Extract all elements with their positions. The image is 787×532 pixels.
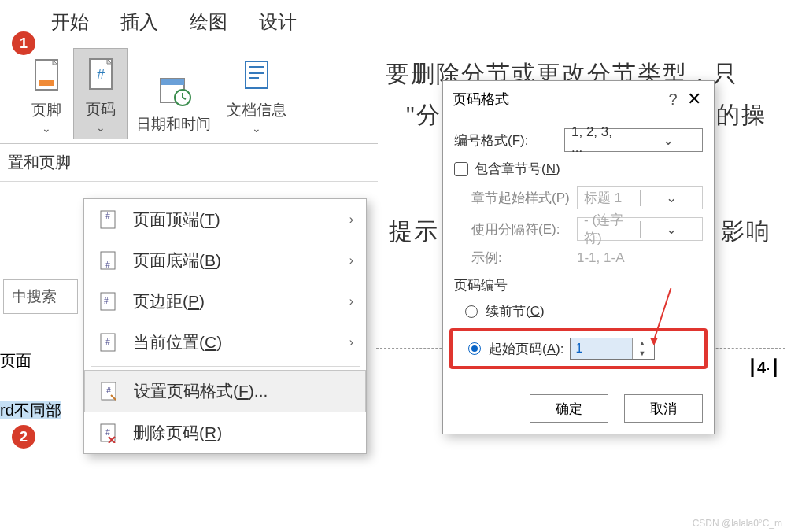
chapter-style-value: 标题 1 — [578, 189, 640, 207]
menu-separator — [91, 366, 360, 367]
separator-label: 使用分隔符(E): — [471, 220, 577, 238]
example-value: 1-1, 1-A — [577, 250, 624, 266]
format-icon: # — [98, 380, 120, 402]
svg-rect-8 — [249, 66, 264, 68]
page-top-icon: # — [97, 209, 119, 231]
menu-label: 删除页码(R) — [133, 422, 222, 444]
chevron-down-icon: ⌄ — [252, 122, 261, 135]
page-numbering-group: 页码编号 — [454, 276, 703, 294]
menu-label: 设置页码格式(F)... — [134, 380, 268, 402]
chapter-style-combo: 标题 1 ⌄ — [577, 186, 703, 209]
footer-icon — [28, 54, 65, 95]
menu-current-position[interactable]: # 当前位置(C) › — [84, 322, 366, 363]
menu-format-page-numbers[interactable]: # 设置页码格式(F)... — [84, 370, 366, 412]
datetime-tool[interactable]: 日期和时间 — [128, 64, 219, 139]
number-format-value: 1, 2, 3, ... — [565, 124, 634, 156]
start-at-spinner[interactable]: ▲▼ — [570, 338, 655, 360]
page-number-tool[interactable]: # 页码 ⌄ — [73, 48, 128, 139]
svg-rect-5 — [161, 79, 184, 85]
page-number-label: 页码 — [86, 99, 116, 120]
svg-text:#: # — [104, 297, 109, 305]
menu-label: 页面底端(B) — [133, 249, 221, 272]
separator-value: - (连字符) — [578, 211, 640, 247]
start-at-radio[interactable] — [468, 342, 481, 355]
ok-button[interactable]: 确定 — [530, 394, 608, 423]
page-number-icon: # — [82, 54, 120, 94]
tab-home[interactable]: 开始 — [51, 9, 89, 35]
tab-draw[interactable]: 绘图 — [190, 9, 227, 35]
ribbon-group-label: 置和页脚 — [0, 144, 378, 182]
svg-text:#: # — [106, 386, 111, 395]
footer-label: 页脚 — [31, 100, 61, 120]
include-chapter-label: 包含章节号(N) — [475, 160, 560, 178]
remove-icon: # — [97, 422, 119, 444]
svg-rect-9 — [249, 72, 264, 74]
separator-combo: - (连字符) ⌄ — [577, 217, 703, 241]
chevron-down-icon: ⌄ — [96, 121, 105, 134]
chevron-down-icon: ⌄ — [640, 221, 703, 238]
start-at-label: 起始页码(A): — [489, 340, 563, 358]
example-label: 示例: — [471, 249, 577, 267]
close-button[interactable]: ✕ — [682, 89, 706, 109]
chapter-style-label: 章节起始样式(P) — [471, 189, 577, 207]
svg-rect-10 — [249, 77, 259, 79]
chevron-down-icon: ⌄ — [634, 132, 703, 149]
dialog-titlebar: 页码格式 ? ✕ — [443, 81, 714, 116]
chevron-right-icon: › — [349, 335, 353, 349]
datetime-icon — [155, 68, 193, 109]
dialog-title: 页码格式 — [453, 90, 509, 109]
number-format-combo[interactable]: 1, 2, 3, ... ⌄ — [564, 128, 703, 152]
annotation-highlight-box: 起始页码(A): ▲▼ ▼ — [449, 328, 708, 369]
doc-text: "分 — [406, 99, 442, 131]
current-position-icon: # — [97, 331, 119, 353]
chevron-down-icon: ⌄ — [42, 122, 51, 135]
annotation-badge-1: 1 — [12, 31, 35, 55]
doc-text: 影响 — [721, 216, 771, 248]
continue-label: 续前节(C) — [486, 302, 545, 320]
ribbon-toolbar: 页脚 ⌄ # 页码 ⌄ 日期和时间 文档信息 ⌄ — [0, 44, 378, 144]
svg-text:#: # — [105, 212, 110, 220]
chevron-right-icon: › — [349, 212, 353, 227]
continue-radio[interactable] — [465, 305, 478, 318]
ribbon-tabs: 开始 插入 绘图 设计 — [0, 0, 378, 44]
doc-text: 提示 — [389, 216, 439, 248]
page-bottom-icon: # — [97, 249, 119, 272]
number-format-label: 编号格式(F): — [454, 131, 564, 150]
menu-page-margins[interactable]: # 页边距(P) › — [84, 281, 366, 322]
svg-rect-7 — [246, 61, 268, 88]
annotation-arrowhead: ▼ — [648, 334, 660, 349]
svg-text:#: # — [105, 428, 110, 437]
start-at-input[interactable] — [571, 338, 632, 359]
menu-top-of-page[interactable]: # 页面顶端(T) › — [84, 199, 366, 240]
watermark: CSDN @lalala0°C_m — [693, 518, 782, 529]
svg-text:#: # — [105, 260, 110, 269]
search-text[interactable]: 中搜索 — [3, 279, 78, 314]
cancel-button[interactable]: 取消 — [624, 394, 703, 423]
menu-label: 页边距(P) — [133, 290, 205, 312]
page-margin-icon: # — [97, 290, 119, 312]
docinfo-label: 文档信息 — [227, 100, 286, 120]
help-button[interactable]: ? — [663, 91, 682, 109]
tab-design[interactable]: 设计 — [259, 9, 297, 35]
menu-label: 页面顶端(T) — [133, 209, 220, 231]
doc-text: 的操 — [716, 99, 767, 131]
svg-rect-1 — [39, 80, 54, 86]
docinfo-tool[interactable]: 文档信息 ⌄ — [219, 50, 294, 139]
chevron-right-icon: › — [349, 253, 353, 268]
menu-label: 当前位置(C) — [133, 331, 222, 353]
svg-text:#: # — [97, 67, 105, 83]
chevron-down-icon: ⌄ — [640, 190, 703, 206]
annotation-badge-2: 2 — [12, 425, 35, 449]
chevron-right-icon: › — [349, 294, 353, 308]
menu-remove-page-numbers[interactable]: # 删除页码(R) — [84, 412, 366, 453]
menu-bottom-of-page[interactable]: # 页面底端(B) › — [84, 240, 366, 281]
svg-text:#: # — [105, 338, 110, 346]
tab-insert[interactable]: 插入 — [120, 9, 158, 35]
include-chapter-checkbox[interactable] — [454, 162, 468, 176]
datetime-label: 日期和时间 — [136, 114, 211, 135]
docinfo-icon — [238, 54, 275, 95]
page-indicator: ┃4·┃ — [748, 358, 780, 377]
footer-tool[interactable]: 页脚 ⌄ — [20, 50, 73, 139]
page-number-format-dialog: 页码格式 ? ✕ 编号格式(F): 1, 2, 3, ... ⌄ 包含章节号(N… — [442, 80, 715, 434]
page-number-dropdown: # 页面顶端(T) › # 页面底端(B) › # 页边距(P) › # 当前位… — [83, 198, 367, 454]
